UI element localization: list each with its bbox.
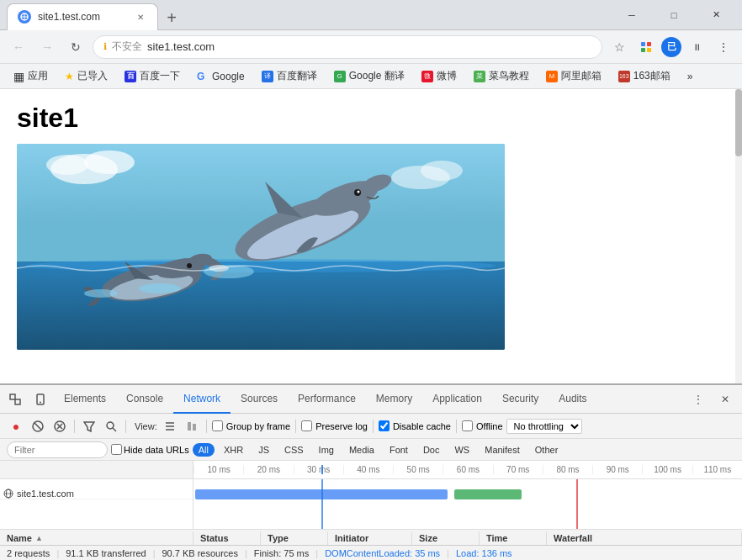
view-label: View: — [135, 421, 157, 431]
bookmark-label: 应用 — [28, 69, 48, 83]
dolphin-image — [17, 144, 505, 350]
throttle-select[interactable]: No throttling — [506, 419, 582, 434]
filter-tag-other[interactable]: Other — [529, 443, 564, 457]
preserve-log-label[interactable]: Preserve log — [301, 420, 368, 431]
svg-point-28 — [46, 155, 88, 175]
bookmark-baidu-translate[interactable]: 译 百度翻译 — [255, 67, 324, 85]
waterfall-view-button[interactable] — [183, 417, 201, 436]
profile-button[interactable]: 已 — [661, 37, 681, 57]
preserve-log-checkbox[interactable] — [301, 420, 312, 431]
tick-40ms: 40 ms — [343, 465, 393, 474]
list-view-button[interactable] — [161, 417, 179, 436]
bookmark-alibaba-mail[interactable]: M 阿里邮箱 — [539, 67, 608, 85]
bookmark-google[interactable]: G Google — [190, 69, 252, 84]
filter-toggle-button[interactable] — [80, 417, 98, 436]
filter-tag-img[interactable]: Img — [313, 443, 340, 457]
devtools-actions: ⋮ ✕ — [686, 388, 739, 411]
tab-network[interactable]: Network — [173, 385, 231, 414]
filter-tag-ws[interactable]: WS — [448, 443, 475, 457]
filter-tag-media[interactable]: Media — [343, 443, 380, 457]
tab-close-btn[interactable]: ✕ — [134, 10, 147, 24]
svg-line-36 — [34, 423, 41, 430]
svg-rect-6 — [647, 48, 651, 52]
bookmark-google-translate[interactable]: G Google 翻译 — [327, 67, 411, 85]
refresh-button[interactable]: ↻ — [64, 35, 87, 59]
hide-data-urls-label[interactable]: Hide data URLs — [111, 444, 189, 455]
inspect-element-button[interactable] — [3, 388, 27, 411]
filter-tag-manifest[interactable]: Manifest — [479, 443, 526, 457]
new-tab-button[interactable]: + — [160, 7, 183, 30]
filter-input[interactable] — [7, 441, 108, 458]
finish-time: Finish: 75 ms — [254, 548, 309, 558]
devtools-more-button[interactable]: ⋮ — [686, 388, 710, 411]
tab-security[interactable]: Security — [492, 385, 549, 414]
bookmark-apps[interactable]: ▦ 应用 — [7, 67, 55, 85]
star-button[interactable]: ☆ — [607, 35, 631, 59]
minimize-button[interactable]: ─ — [612, 3, 651, 28]
svg-rect-3 — [641, 42, 645, 46]
tick-110ms: 110 ms — [692, 465, 742, 474]
tab-sources[interactable]: Sources — [231, 385, 288, 414]
bookmark-weibo[interactable]: 微 微博 — [415, 67, 464, 85]
filter-tag-font[interactable]: Font — [384, 443, 414, 457]
record-button[interactable]: ● — [7, 417, 25, 436]
maximize-button[interactable]: □ — [655, 3, 693, 28]
network-row-1[interactable]: site1.test.com — [0, 488, 193, 499]
tab-performance[interactable]: Performance — [288, 385, 366, 414]
tab-memory[interactable]: Memory — [366, 385, 422, 414]
toolbar-icons: ☆ 已 ⏸ ⋮ — [607, 35, 735, 59]
svg-point-16 — [358, 191, 360, 193]
table-header: Name ▲ Status Type Initiator Size Time W… — [0, 530, 742, 547]
filter-tag-doc[interactable]: Doc — [417, 443, 446, 457]
close-button[interactable]: ✕ — [697, 3, 735, 28]
device-toolbar-button[interactable] — [29, 388, 52, 411]
svg-rect-4 — [647, 42, 651, 46]
filter-tag-all[interactable]: All — [193, 443, 215, 457]
group-by-frame-label[interactable]: Group by frame — [212, 420, 290, 431]
th-initiator: Initiator — [328, 531, 412, 545]
bookmark-baidu[interactable]: 百 百度一下 — [118, 67, 187, 85]
svg-marker-40 — [84, 422, 94, 431]
bookmark-runoob[interactable]: 菜 菜鸟教程 — [467, 67, 536, 85]
tab-elements[interactable]: Elements — [54, 385, 116, 414]
toolbar-separator-4 — [295, 420, 296, 433]
offline-label[interactable]: Offline — [462, 420, 503, 431]
stop-button[interactable] — [29, 417, 47, 436]
address-input[interactable]: ℹ 不安全 site1.test.com — [93, 35, 602, 59]
group-by-frame-checkbox[interactable] — [212, 420, 223, 431]
offline-checkbox[interactable] — [462, 420, 473, 431]
disable-cache-checkbox[interactable] — [379, 420, 390, 431]
more-menu-button[interactable]: ⋮ — [712, 35, 735, 59]
bookmark-more[interactable]: » — [681, 69, 700, 84]
disable-cache-label[interactable]: Disable cache — [379, 420, 451, 431]
tab-audits[interactable]: Audits — [549, 385, 596, 414]
waterfall-bar-2 — [454, 489, 522, 499]
svg-rect-47 — [193, 424, 196, 431]
bookmark-163-mail[interactable]: 163 163邮箱 — [612, 67, 677, 85]
hide-data-urls-checkbox[interactable] — [111, 444, 122, 455]
paused-button[interactable]: ⏸ — [685, 35, 708, 59]
browser-tab[interactable]: site1.test.com ✕ — [7, 3, 158, 30]
devtools-close-button[interactable]: ✕ — [713, 388, 737, 411]
page-scrollbar[interactable] — [735, 89, 742, 383]
transferred-size: 91.1 KB transferred — [66, 548, 146, 558]
tick-10ms: 10 ms — [193, 465, 243, 474]
forward-button[interactable]: → — [35, 35, 59, 59]
bookmark-imported[interactable]: ★ 已导入 — [58, 67, 114, 85]
filter-tag-css[interactable]: CSS — [278, 443, 310, 457]
extension-button[interactable] — [634, 35, 658, 59]
tick-100ms: 100 ms — [642, 465, 692, 474]
th-status: Status — [193, 531, 261, 545]
clear-button[interactable] — [50, 417, 69, 436]
filter-tag-xhr[interactable]: XHR — [218, 443, 249, 457]
search-button[interactable] — [102, 417, 120, 436]
svg-point-41 — [107, 422, 114, 429]
tab-application[interactable]: Application — [422, 385, 492, 414]
bookmark-label: 阿里邮箱 — [561, 69, 602, 83]
svg-point-23 — [187, 263, 192, 268]
tab-console[interactable]: Console — [116, 385, 173, 414]
filter-tag-js[interactable]: JS — [252, 443, 275, 457]
page-scrollbar-thumb[interactable] — [735, 89, 742, 156]
devtools-status-bar: 2 requests | 91.1 KB transferred | 90.7 … — [0, 545, 742, 560]
back-button[interactable]: ← — [7, 35, 30, 59]
